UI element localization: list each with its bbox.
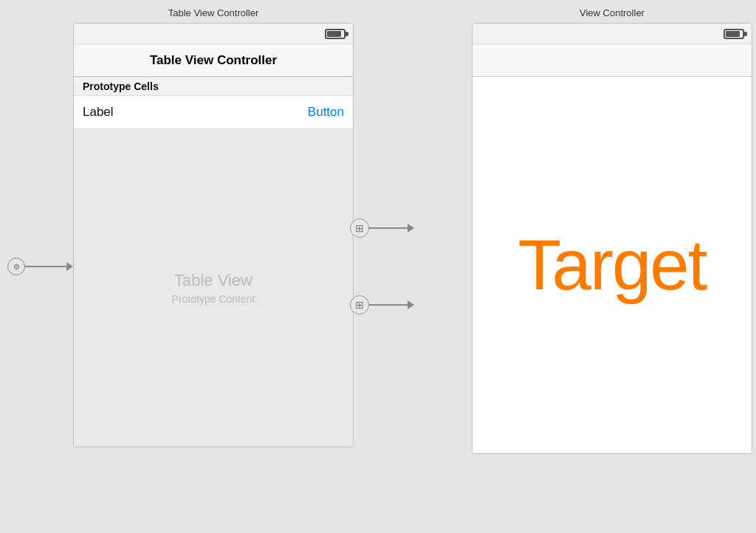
tvc-nav-bar: Table View Controller (74, 44, 353, 77)
tvc-tableview-body: Table View Prototype Content (74, 129, 353, 447)
segue-arrow-bottom-shaft (369, 304, 408, 306)
view-controller-panel: View Controller Target (468, 0, 756, 454)
segue-arrows-container: ⊞ ⊞ (350, 219, 414, 314)
segue-circle-bottom-icon: ⊞ (350, 295, 369, 314)
tvc-placeholder-sub: Prototype Content (172, 293, 255, 305)
initial-arrow-shaft (25, 266, 66, 267)
tvc-prototype-cell[interactable]: Label Button (74, 96, 353, 129)
segue-arrow-top-head (408, 224, 414, 233)
tvc-battery-icon (325, 29, 346, 39)
segue-circle-top-icon: ⊞ (350, 219, 369, 238)
tvc-placeholder-title: Table View (174, 271, 252, 290)
initial-circle-icon: ⚙ (7, 258, 25, 275)
vc-device: Target (472, 23, 752, 454)
vc-status-bar (472, 24, 752, 44)
tvc-status-bar (74, 24, 353, 44)
vc-nav-bar (472, 44, 752, 77)
segue-arrow-top-shaft (369, 227, 408, 229)
segue-arrow-top-line (369, 224, 414, 233)
segue-arrow-bottom-head (408, 300, 414, 309)
vc-window-title: View Controller (468, 0, 756, 23)
vc-target-text: Target (518, 224, 707, 306)
tvc-section-header: Prototype Cells (74, 77, 353, 96)
tvc-nav-title: Table View Controller (150, 53, 277, 68)
vc-body: Target (472, 77, 752, 453)
segue-arrow-bottom-line (369, 300, 414, 309)
segue-arrow-top[interactable]: ⊞ (350, 219, 414, 238)
segue-arrow-bottom[interactable]: ⊞ (350, 295, 414, 314)
initial-arrow-line (25, 262, 73, 271)
initial-arrow: ⚙ (7, 258, 73, 275)
tvc-device: Table View Controller Prototype Cells La… (73, 23, 354, 447)
tvc-cell-label: Label (83, 105, 114, 120)
vc-battery-icon (724, 29, 744, 39)
canvas: ⚙ Table View Controller Table View Contr… (0, 0, 756, 533)
tvc-cell-button[interactable]: Button (308, 105, 344, 120)
tvc-window-title: Table View Controller (69, 0, 357, 23)
table-view-controller-panel: Table View Controller Table View Control… (69, 0, 357, 447)
